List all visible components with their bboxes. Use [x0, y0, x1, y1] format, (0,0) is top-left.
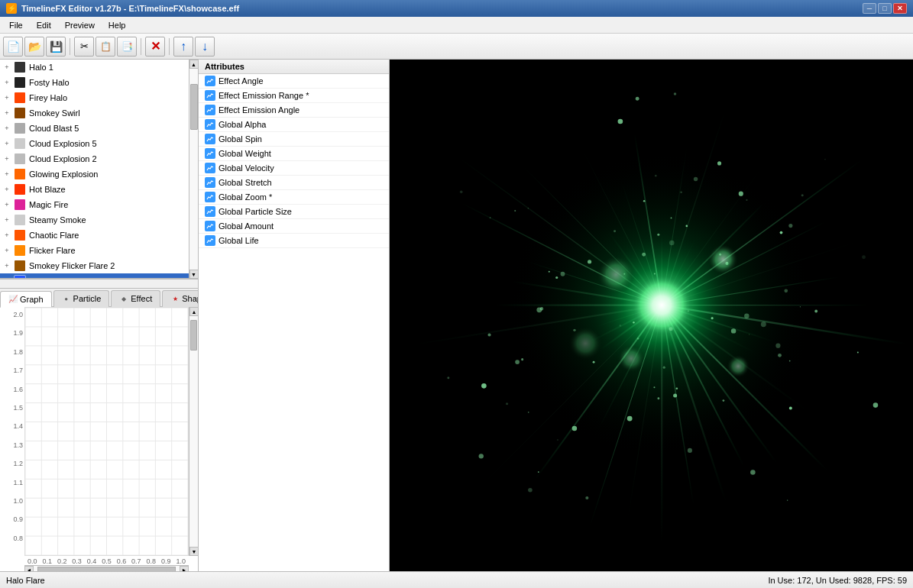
effect-item-10[interactable]: +Steamy Smoke	[0, 212, 189, 228]
expand-btn-4[interactable]: +	[3, 124, 11, 132]
move-up-btn[interactable]: ↑	[173, 37, 193, 57]
attr-item-7[interactable]: Global Stretch	[199, 176, 389, 190]
open-file-btn[interactable]: 📂	[24, 37, 44, 57]
list-bottom-scrollbar	[0, 279, 198, 288]
y-label: 1.8	[2, 348, 23, 356]
attr-item-4[interactable]: Global Spin	[199, 132, 389, 147]
graph-hscroll-btn-right[interactable]: ►	[180, 566, 189, 572]
effect-item-11[interactable]: +Chaotic Flare	[0, 228, 189, 243]
item-icon-8	[14, 183, 26, 195]
close-btn[interactable]: ✕	[893, 3, 907, 14]
attr-panel: Attributes Effect Angle Effect Emission …	[199, 60, 390, 571]
move-down-btn[interactable]: ↓	[195, 37, 215, 57]
expand-btn-14[interactable]: +	[3, 277, 11, 279]
graph-hscroll-thumb[interactable]	[37, 567, 176, 572]
graph-y-labels: 2.01.91.81.71.61.51.41.31.21.11.00.90.8	[0, 307, 24, 556]
graph-plot[interactable]	[24, 307, 189, 556]
scroll-thumb[interactable]	[190, 84, 198, 130]
attr-item-0[interactable]: Effect Angle	[199, 74, 389, 89]
menu-edit[interactable]: Edit	[31, 19, 57, 31]
effect-item-14[interactable]: +Halo Flare	[0, 273, 189, 279]
menu-help[interactable]: Help	[102, 19, 132, 31]
item-name-7: Glowing Explosion	[29, 170, 99, 179]
x-label: 0.0	[28, 557, 37, 564]
effect-item-9[interactable]: +Magic Fire	[0, 197, 189, 212]
attr-item-1[interactable]: Effect Emission Range *	[199, 89, 389, 103]
expand-btn-6[interactable]: +	[3, 155, 11, 163]
expand-btn-2[interactable]: +	[3, 94, 11, 102]
effect-item-4[interactable]: +Cloud Blast 5	[0, 121, 189, 136]
graph-vscroll-thumb[interactable]	[190, 320, 197, 351]
status-right: In Use: 172, Un Used: 9828, FPS: 59	[768, 576, 907, 585]
attr-item-11[interactable]: Global Life	[199, 234, 389, 248]
attr-icon-8	[205, 192, 215, 202]
left-panel: +Halo 1+Fosty Halo+Firey Halo+Smokey Swi…	[0, 60, 199, 571]
toolbar-sep-2	[141, 38, 141, 55]
attr-item-5[interactable]: Global Weight	[199, 147, 389, 161]
expand-btn-8[interactable]: +	[3, 186, 11, 193]
effect-item-2[interactable]: +Firey Halo	[0, 90, 189, 105]
effect-item-8[interactable]: +Hot Blaze	[0, 182, 189, 197]
x-label: 0.3	[72, 557, 82, 564]
tab-graph[interactable]: 📈 Graph	[0, 291, 52, 308]
expand-btn-3[interactable]: +	[3, 109, 11, 117]
maximize-btn[interactable]: □	[878, 3, 892, 14]
effect-item-0[interactable]: +Halo 1	[0, 60, 189, 75]
expand-btn-10[interactable]: +	[3, 216, 11, 224]
x-label: 0.1	[42, 557, 52, 564]
attr-name-4: Global Spin	[219, 134, 262, 144]
effect-item-7[interactable]: +Glowing Explosion	[0, 166, 189, 182]
item-icon-12	[14, 244, 26, 257]
tab-effect[interactable]: ◆ Effect	[111, 290, 160, 307]
expand-btn-1[interactable]: +	[3, 79, 11, 86]
expand-btn-11[interactable]: +	[3, 231, 11, 239]
expand-btn-0[interactable]: +	[3, 63, 11, 71]
effect-item-12[interactable]: +Flicker Flare	[0, 243, 189, 258]
item-icon-0	[14, 61, 26, 73]
attr-icon-7	[205, 177, 215, 188]
effect-item-5[interactable]: +Cloud Explosion 5	[0, 136, 189, 151]
menu-file[interactable]: File	[3, 19, 29, 31]
effect-item-1[interactable]: +Fosty Halo	[0, 75, 189, 90]
expand-btn-9[interactable]: +	[3, 201, 11, 208]
graph-scroll-down[interactable]: ▼	[189, 547, 198, 556]
preview-panel	[390, 60, 913, 571]
attr-icon-3	[205, 119, 215, 130]
menu-preview[interactable]: Preview	[59, 19, 101, 31]
expand-btn-7[interactable]: +	[3, 170, 11, 178]
attr-item-6[interactable]: Global Velocity	[199, 161, 389, 176]
attr-item-8[interactable]: Global Zoom *	[199, 190, 389, 205]
save-file-btn[interactable]: 💾	[46, 37, 66, 57]
attr-item-2[interactable]: Effect Emission Angle	[199, 103, 389, 118]
expand-btn-5[interactable]: +	[3, 140, 11, 147]
delete-btn[interactable]: ✕	[145, 37, 165, 57]
attr-name-6: Global Velocity	[219, 163, 274, 173]
attr-item-3[interactable]: Global Alpha	[199, 118, 389, 132]
scroll-up-btn[interactable]: ▲	[189, 60, 199, 69]
graph-x-labels: 0.00.10.20.30.40.50.60.70.80.91.0	[24, 556, 189, 565]
attr-item-9[interactable]: Global Particle Size	[199, 205, 389, 219]
copy-btn[interactable]: 📋	[96, 37, 115, 57]
effect-item-6[interactable]: +Cloud Explosion 2	[0, 151, 189, 166]
minimize-btn[interactable]: ─	[863, 3, 876, 14]
attr-name-3: Global Alpha	[219, 120, 266, 129]
graph-hscroll-btn-left[interactable]: ◄	[24, 566, 34, 572]
new-file-btn[interactable]: 📄	[3, 37, 23, 57]
expand-btn-12[interactable]: +	[3, 247, 11, 254]
graph-scroll-up[interactable]: ▲	[189, 307, 198, 316]
y-label: 0.9	[2, 515, 23, 523]
item-icon-7	[14, 168, 26, 180]
tab-particle[interactable]: ● Particle	[53, 290, 110, 307]
cut-btn[interactable]: ✂	[74, 37, 94, 57]
scroll-down-btn[interactable]: ▼	[189, 270, 199, 279]
tab-shapes[interactable]: ★ Shapes	[162, 290, 198, 307]
item-icon-10	[14, 214, 26, 226]
bottom-panel: 📈 Graph ● Particle ◆ Effect ★ Shapes	[0, 289, 198, 571]
y-label: 1.1	[2, 479, 23, 486]
toolbar-sep-1	[70, 38, 70, 55]
effect-item-3[interactable]: +Smokey Swirl	[0, 105, 189, 121]
expand-btn-13[interactable]: +	[3, 262, 11, 270]
effect-item-13[interactable]: +Smokey Flicker Flare 2	[0, 258, 189, 273]
attr-item-10[interactable]: Global Amount	[199, 219, 389, 234]
paste-btn[interactable]: 📑	[117, 37, 137, 57]
